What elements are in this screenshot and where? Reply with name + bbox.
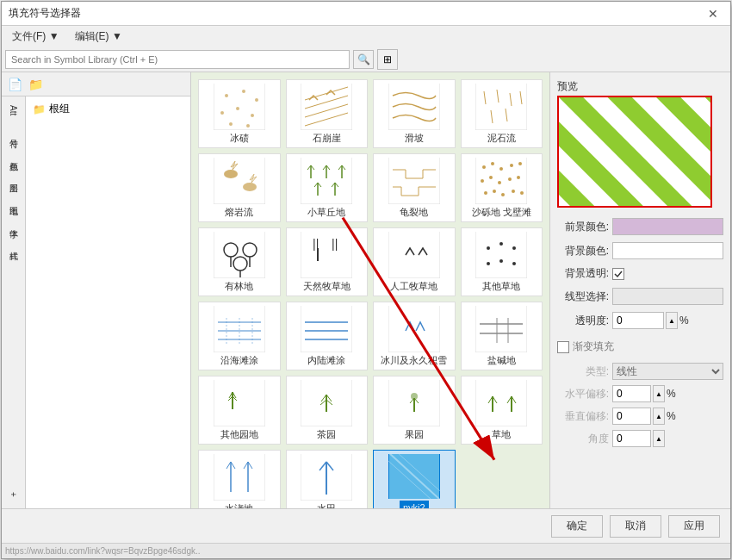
symbol-label-yandu: 盐碱地 <box>487 354 516 366</box>
svg-rect-129 <box>214 454 265 501</box>
symbol-yandu[interactable]: 盐碱地 <box>461 302 543 370</box>
h-offset-row: 水平偏移: ▲ % <box>557 385 723 402</box>
icon-bar-item-symbol[interactable]: 符号 <box>3 122 24 143</box>
symbol-neilu[interactable]: 内陆滩涂 <box>286 302 369 370</box>
v-offset-row: 垂直偏移: ▲ % <box>557 408 723 425</box>
transparency-input[interactable] <box>612 312 664 329</box>
search-button[interactable]: 🔍 <box>353 50 374 69</box>
v-offset-stepper[interactable]: ▲ <box>653 408 665 425</box>
symbol-label-zaodi: 草地 <box>492 428 511 440</box>
svg-text:||: || <box>332 237 338 251</box>
svg-rect-0 <box>214 84 265 130</box>
svg-text:||: || <box>313 237 319 251</box>
symbol-thumb-bingzhi <box>214 84 265 130</box>
symbol-chayuan[interactable]: 茶园 <box>286 376 369 445</box>
symbol-label-nishiliu: 泥石流 <box>487 132 516 144</box>
svg-rect-75 <box>301 232 352 278</box>
url-bar: https://ww.baidu.com/link?wqsr=BqvzBpge4… <box>2 543 730 558</box>
svg-point-54 <box>491 162 494 165</box>
new-file-btn[interactable]: 📄 <box>5 75 24 94</box>
symbol-yanhai[interactable]: 沿海滩涂 <box>198 302 281 370</box>
symbol-label-shibengjian: 石崩崖 <box>313 132 341 144</box>
symbol-bingzhi[interactable]: 冰碛 <box>198 79 281 148</box>
symbol-shuijiaodi[interactable]: 水浇地 <box>198 450 281 508</box>
symbol-thumb-qita-caodi <box>475 232 527 278</box>
angle-input[interactable] <box>612 430 651 447</box>
transparency-stepper-up[interactable]: ▲ <box>666 312 678 329</box>
symbol-rongyanliu[interactable]: 熔岩流 <box>198 153 281 222</box>
svg-point-53 <box>482 165 486 169</box>
h-offset-label: 水平偏移: <box>557 387 609 401</box>
symbol-guoyuan[interactable]: 果园 <box>373 376 456 445</box>
icon-bar-item-style[interactable]: 样式 <box>3 234 24 255</box>
symbol-label-yanhai: 沿海滩涂 <box>220 354 258 366</box>
menu-bar: 文件(F) ▼ 编辑(E) ▼ <box>2 26 730 47</box>
svg-point-67 <box>520 191 524 195</box>
file-menu[interactable]: 文件(F) ▼ <box>5 28 66 46</box>
svg-rect-14 <box>388 84 440 130</box>
symbol-huapo[interactable]: 滑坡 <box>373 79 456 148</box>
symbol-nishiliu[interactable]: 泥石流 <box>461 79 543 148</box>
icon-bar-item-font[interactable]: 字体 <box>3 212 24 233</box>
symbol-label-nykj2: nykj2 <box>400 501 429 508</box>
background-row: 背景颜色: <box>557 242 723 259</box>
type-label: 类型: <box>557 364 609 379</box>
symbol-label-bingjuan: 冰川及永久积雪 <box>381 354 447 366</box>
symbol-qita-yuandi[interactable]: 其他园地 <box>198 376 281 445</box>
symbol-rengong-mucaodi[interactable]: 人工牧草地 <box>373 227 456 296</box>
symbol-youlin[interactable]: 有林地 <box>198 227 281 296</box>
symbol-tianran-mucaodi[interactable]: || || 天然牧草地 <box>286 227 369 296</box>
symbol-label-guoyuan: 果园 <box>405 428 424 440</box>
svg-point-56 <box>510 164 513 167</box>
bg-transparent-checkbox[interactable] <box>612 268 624 280</box>
gradient-checkbox[interactable] <box>557 341 569 353</box>
svg-point-59 <box>489 176 493 179</box>
svg-rect-15 <box>475 84 527 130</box>
v-offset-pct: % <box>667 410 676 422</box>
grid-view-button[interactable]: ⊞ <box>377 49 398 70</box>
apply-button[interactable]: 应用 <box>668 515 720 538</box>
symbol-guliedi[interactable]: 龟裂地 <box>373 153 456 222</box>
line-type-selector[interactable] <box>612 288 723 305</box>
close-button[interactable]: ✕ <box>703 5 723 22</box>
symbol-shuitian[interactable]: 水田 <box>286 450 369 508</box>
add-item-btn[interactable]: + <box>3 484 24 505</box>
symbol-qita-caodi[interactable]: 其他草地 <box>461 227 543 296</box>
symbol-shazili[interactable]: 沙砾地 戈壁滩 <box>461 153 543 222</box>
search-input[interactable] <box>5 50 350 69</box>
svg-point-121 <box>411 393 418 400</box>
symbol-thumb-guliedi <box>388 158 440 204</box>
symbol-nykj2[interactable]: nykj2 <box>373 450 456 508</box>
angle-stepper[interactable]: ▲ <box>653 430 665 447</box>
symbol-bingjuan[interactable]: 冰川及永久积雪 <box>373 302 456 370</box>
foreground-color-box[interactable] <box>612 218 723 235</box>
tree-root-item[interactable]: 📁 根组 <box>29 100 187 118</box>
symbol-thumb-guoyuan <box>388 380 440 426</box>
background-color-box[interactable] <box>612 242 723 259</box>
open-folder-btn[interactable]: 📁 <box>26 75 45 94</box>
svg-point-87 <box>512 262 516 265</box>
h-offset-stepper[interactable]: ▲ <box>653 385 665 402</box>
edit-menu[interactable]: 编辑(E) ▼ <box>68 28 129 46</box>
h-offset-input[interactable] <box>612 385 651 402</box>
symbol-label-qita-caodi: 其他草地 <box>482 280 520 292</box>
svg-point-3 <box>255 98 258 102</box>
icon-bar-item-layer[interactable]: 图层 <box>3 167 24 188</box>
icon-bar-item-color[interactable]: 颜色 <box>3 145 24 165</box>
background-label: 背景颜色: <box>557 244 609 258</box>
angle-row: 角度 ▲ <box>557 430 723 447</box>
symbol-shibengjian[interactable]: 石崩崖 <box>286 79 369 148</box>
symbol-xiaocaoqudi[interactable]: 小草丘地 <box>286 153 369 222</box>
svg-rect-122 <box>475 380 527 426</box>
line-type-row: 线型选择: <box>557 288 723 305</box>
icon-bar-item-att[interactable]: Att <box>3 100 24 121</box>
symbol-thumb-yandu <box>475 306 527 352</box>
svg-point-58 <box>481 179 484 183</box>
type-select[interactable]: 线性 <box>612 363 723 380</box>
symbol-zaodi[interactable]: 草地 <box>461 376 543 445</box>
v-offset-input[interactable] <box>612 408 651 425</box>
cancel-button[interactable]: 取消 <box>610 515 661 538</box>
icon-bar-item-map[interactable]: 地图 <box>3 190 24 210</box>
ok-button[interactable]: 确定 <box>551 515 603 538</box>
symbol-thumb-rongyanliu <box>214 158 265 204</box>
